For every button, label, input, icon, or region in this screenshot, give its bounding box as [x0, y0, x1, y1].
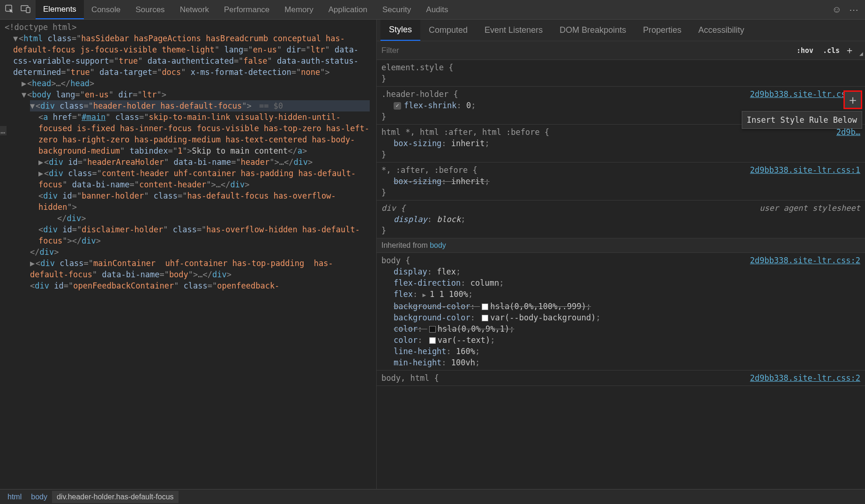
dom-node[interactable]: ▼<html class="hasSidebar hasPageActions …: [13, 33, 370, 78]
dom-node[interactable]: <a href="#main" class="skip-to-main-link…: [38, 111, 370, 156]
inherited-from-link[interactable]: body: [430, 241, 446, 249]
breadcrumb-item[interactable]: html: [3, 491, 26, 503]
style-declaration[interactable]: flex: ▶ 1 1 100%;: [381, 289, 860, 301]
toolbar-right-icons: ☺ ⋯: [826, 0, 865, 19]
new-rule-icon[interactable]: ＋: [844, 45, 855, 56]
sidebar-tab-dom-breakpoints[interactable]: DOM Breakpoints: [551, 20, 634, 41]
main-tab-console[interactable]: Console: [84, 0, 128, 19]
main-tab-performance[interactable]: Performance: [216, 0, 277, 19]
dom-node[interactable]: <div id="disclaimer-holder" class="has-o…: [38, 224, 370, 246]
breadcrumb-item[interactable]: body: [26, 491, 52, 503]
style-declaration[interactable]: line-height: 160%;: [381, 346, 860, 357]
rule-selector[interactable]: *, :after, :before {: [381, 164, 477, 176]
style-rule[interactable]: .header-holder {2d9bb338.site-ltr.css:2✓…: [377, 87, 865, 125]
main-tab-application[interactable]: Application: [321, 0, 375, 19]
dom-node[interactable]: ▶<div id="headerAreaHolder" data-bi-name…: [38, 156, 370, 168]
sidebar-tab-computed[interactable]: Computed: [420, 20, 476, 41]
ellipsis-marker: …: [0, 126, 7, 135]
style-declaration[interactable]: flex-direction: column;: [381, 277, 860, 289]
rule-close-brace: }: [381, 187, 860, 198]
sidebar-tab-accessibility[interactable]: Accessibility: [690, 20, 753, 41]
breadcrumb-item[interactable]: div.header-holder.has-default-focus: [52, 491, 179, 503]
toolbar-left-icons: [0, 0, 36, 19]
styles-filter-row: :hov .cls ＋ ◢: [377, 41, 865, 60]
main-split: … <!doctype html>▼<html class="hasSideba…: [0, 20, 865, 489]
dom-node[interactable]: ▼<body lang="en-us" dir="ltr">: [22, 89, 370, 100]
style-declaration[interactable]: background-color: hsla(0,0%,100%,.999);: [381, 301, 860, 312]
rule-close-brace: }: [381, 225, 860, 236]
dom-node[interactable]: </div>: [57, 213, 370, 224]
style-declaration[interactable]: display: flex;: [381, 266, 860, 277]
rule-source-link[interactable]: 2d9bb338.site-ltr.css:2: [750, 372, 860, 384]
cls-toggle[interactable]: .cls: [818, 46, 844, 55]
style-declaration[interactable]: min-height: 100vh;: [381, 357, 860, 368]
style-rules-list[interactable]: element.style {}.header-holder {2d9bb338…: [377, 60, 865, 489]
hov-toggle[interactable]: :hov: [792, 46, 818, 55]
smiley-icon[interactable]: ☺: [832, 4, 842, 15]
rule-close-brace: }: [381, 73, 860, 84]
style-rule[interactable]: body {2d9bb338.site-ltr.css:2display: fl…: [377, 253, 865, 371]
main-tab-network[interactable]: Network: [172, 0, 216, 19]
breadcrumb-trail: htmlbodydiv.header-holder.has-default-fo…: [0, 489, 865, 504]
inspect-icon[interactable]: [5, 4, 14, 15]
rule-selector[interactable]: element.style {: [381, 62, 454, 73]
main-tab-audits[interactable]: Audits: [418, 0, 455, 19]
dom-tree[interactable]: <!doctype html>▼<html class="hasSidebar …: [5, 22, 370, 291]
sidebar-tab-properties[interactable]: Properties: [634, 20, 690, 41]
style-declaration[interactable]: background-color: var(--body-background)…: [381, 312, 860, 323]
dom-node[interactable]: </div>: [30, 246, 370, 258]
rule-close-brace: }: [381, 149, 860, 160]
rule-source-link[interactable]: 2d9bb338.site-ltr.css:1: [750, 164, 860, 176]
corner-resize-icon: ◢: [859, 51, 863, 56]
style-rule[interactable]: body, html {2d9bb338.site-ltr.css:2: [377, 371, 865, 386]
rule-selector[interactable]: body {: [381, 255, 410, 266]
dom-node[interactable]: ▼<div class="header-holder has-default-f…: [30, 100, 370, 111]
rule-source-link[interactable]: 2d9bb338.site-ltr.css:2: [750, 255, 860, 266]
expand-shorthand-icon[interactable]: ▶: [422, 291, 430, 298]
rule-source-link[interactable]: 2d9b…: [836, 126, 860, 138]
color-swatch[interactable]: [482, 315, 488, 321]
rule-selector[interactable]: div {: [381, 202, 405, 214]
style-rule[interactable]: div {user agent stylesheetdisplay: block…: [377, 200, 865, 238]
dom-node[interactable]: ▶<head>…</head>: [22, 78, 370, 89]
style-declaration[interactable]: ✓flex-shrink: 0;: [381, 100, 860, 111]
sidebar-tabs: StylesComputedEvent ListenersDOM Breakpo…: [377, 20, 865, 41]
main-tab-elements[interactable]: Elements: [36, 0, 84, 19]
rule-selector[interactable]: html *, html :after, html :before {: [381, 126, 549, 138]
prop-checkbox[interactable]: ✓: [394, 102, 401, 110]
styles-filter-input[interactable]: [377, 46, 792, 55]
dom-node[interactable]: ▶<div class="mainContainer uhf-container…: [30, 258, 370, 280]
style-declaration[interactable]: display: block;: [381, 214, 860, 225]
color-swatch[interactable]: [482, 304, 488, 310]
main-tab-memory[interactable]: Memory: [277, 0, 321, 19]
insert-rule-below-button[interactable]: ＋: [843, 90, 862, 109]
style-declaration[interactable]: box-sizing: inherit;: [381, 138, 860, 149]
dom-node[interactable]: <div id="banner-holder" class="has-defau…: [38, 190, 370, 213]
sidebar-tab-event-listeners[interactable]: Event Listeners: [476, 20, 551, 41]
dom-node[interactable]: <!doctype html>: [5, 22, 370, 33]
devtools-toolbar: ElementsConsoleSourcesNetworkPerformance…: [0, 0, 865, 20]
rule-selector[interactable]: .header-holder {: [381, 89, 458, 100]
device-toggle-icon[interactable]: [21, 5, 31, 15]
main-tab-security[interactable]: Security: [375, 0, 418, 19]
rule-source: user agent stylesheet: [760, 202, 860, 214]
color-swatch[interactable]: [429, 337, 436, 344]
rule-selector[interactable]: body, html {: [381, 372, 439, 384]
color-swatch[interactable]: [429, 326, 436, 333]
elements-tree-panel[interactable]: … <!doctype html>▼<html class="hasSideba…: [0, 20, 376, 489]
style-rule[interactable]: *, :after, :before {2d9bb338.site-ltr.cs…: [377, 163, 865, 200]
kebab-icon[interactable]: ⋯: [849, 4, 858, 15]
inherited-from-bar: Inherited from body: [377, 238, 865, 253]
dom-node[interactable]: <div id="openFeedbackContainer" class="o…: [30, 280, 370, 291]
sidebar-tab-styles[interactable]: Styles: [380, 20, 420, 41]
style-rule[interactable]: html *, html :after, html :before {2d9b……: [377, 125, 865, 163]
style-rule[interactable]: element.style {}: [377, 60, 865, 87]
svg-rect-2: [26, 7, 30, 13]
main-tabs: ElementsConsoleSourcesNetworkPerformance…: [36, 0, 826, 19]
dom-node[interactable]: ▶<div class="content-header uhf-containe…: [38, 168, 370, 190]
style-declaration[interactable]: color: var(--text);: [381, 334, 860, 346]
style-declaration[interactable]: box-sizing: inherit;: [381, 176, 860, 187]
style-declaration[interactable]: color: hsla(0,0%,9%,1);: [381, 323, 860, 334]
styles-sidebar: StylesComputedEvent ListenersDOM Breakpo…: [376, 20, 865, 489]
main-tab-sources[interactable]: Sources: [128, 0, 172, 19]
